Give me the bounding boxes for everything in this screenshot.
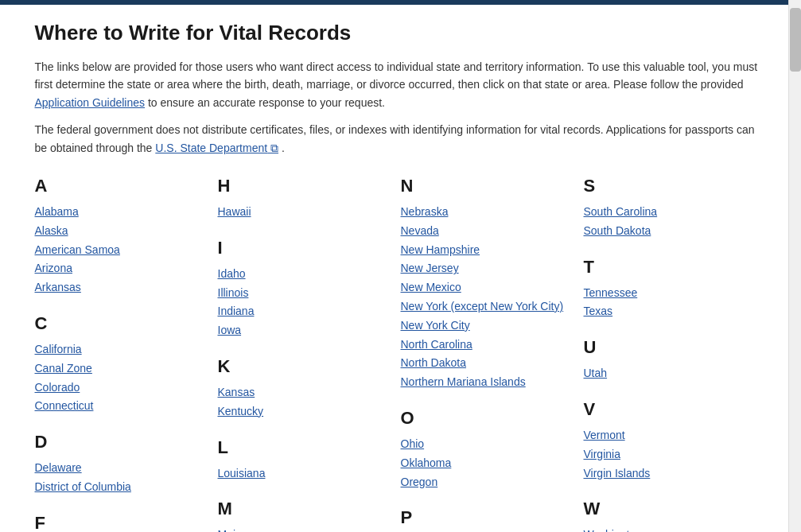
section-H: HHawaii (218, 176, 393, 222)
letter-heading-K: K (218, 356, 393, 377)
letter-heading-O: O (401, 408, 576, 429)
state-link[interactable]: Nebraska (401, 203, 576, 222)
state-department-link[interactable]: U.S. State Department ⧉ (155, 142, 278, 154)
letter-heading-V: V (584, 399, 759, 420)
state-link[interactable]: Virgin Islands (584, 464, 759, 483)
state-link[interactable]: Kansas (218, 383, 393, 402)
state-link[interactable]: Indiana (218, 302, 393, 321)
state-link[interactable]: New Mexico (401, 278, 576, 297)
state-link[interactable]: Utah (584, 364, 759, 383)
section-I: IIdahoIllinoisIndianaIowa (218, 238, 393, 340)
state-link[interactable]: American Samoa (35, 241, 210, 260)
state-link[interactable]: Vermont (584, 426, 759, 445)
section-N: NNebraskaNevadaNew HampshireNew JerseyNe… (401, 176, 576, 392)
state-link[interactable]: New Jersey (401, 259, 576, 278)
letter-heading-U: U (584, 337, 759, 358)
state-link[interactable]: Iowa (218, 321, 393, 340)
page-container: Where to Write for Vital Records The lin… (19, 5, 783, 532)
application-guidelines-link[interactable]: Application Guidelines (35, 96, 146, 109)
state-link[interactable]: Virginia (584, 445, 759, 464)
letter-heading-H: H (218, 176, 393, 196)
section-W: WWashingtonWest VirginiaWisconsinWyoming (584, 499, 759, 532)
state-link[interactable]: Ohio (401, 435, 576, 454)
section-T: TTennesseeTexas (584, 257, 759, 322)
letter-heading-L: L (218, 437, 393, 458)
state-link[interactable]: North Dakota (401, 354, 576, 373)
state-link[interactable]: Maine (218, 526, 393, 532)
scrollbar-thumb[interactable] (790, 8, 801, 72)
letter-heading-F: F (35, 513, 210, 532)
intro-paragraph-1: The links below are provided for those u… (35, 58, 767, 111)
state-link[interactable]: Canal Zone (35, 359, 210, 379)
column-0: AAlabamaAlaskaAmerican SamoaArizonaArkan… (35, 176, 218, 532)
section-C: CCaliforniaCanal ZoneColoradoConnecticut (35, 313, 210, 416)
state-link[interactable]: Washington (584, 526, 759, 532)
section-L: LLouisiana (218, 437, 393, 483)
state-link[interactable]: South Carolina (584, 203, 759, 222)
state-link[interactable]: Tennessee (584, 284, 759, 303)
state-link[interactable]: Arkansas (35, 278, 210, 297)
state-link[interactable]: Delaware (35, 459, 210, 478)
state-link[interactable]: California (35, 340, 210, 359)
state-link[interactable]: Oregon (401, 473, 576, 492)
letter-heading-D: D (35, 432, 210, 452)
state-link[interactable]: Northern Mariana Islands (401, 373, 576, 392)
state-link[interactable]: Oklahoma (401, 454, 576, 473)
letter-heading-C: C (35, 313, 210, 334)
section-M: MMaineMarylandMassachusettsMichiganMinne… (218, 499, 393, 532)
state-link[interactable]: South Dakota (584, 222, 759, 241)
state-link[interactable]: North Carolina (401, 336, 576, 355)
scrollbar[interactable] (788, 0, 801, 532)
section-O: OOhioOklahomaOregon (401, 408, 576, 491)
column-2: NNebraskaNevadaNew HampshireNew JerseyNe… (401, 176, 584, 532)
letter-heading-P: P (401, 507, 576, 528)
letter-heading-N: N (401, 176, 576, 196)
state-link[interactable]: Illinois (218, 284, 393, 303)
state-link[interactable]: Kentucky (218, 402, 393, 421)
letter-heading-M: M (218, 499, 393, 519)
section-V: VVermontVirginiaVirgin Islands (584, 399, 759, 483)
page-title: Where to Write for Vital Records (35, 21, 767, 45)
letter-heading-S: S (584, 176, 759, 196)
state-link[interactable]: Hawaii (218, 203, 393, 222)
column-3: SSouth CarolinaSouth DakotaTTennesseeTex… (584, 176, 767, 532)
state-link[interactable]: Alabama (35, 203, 210, 222)
letter-heading-I: I (218, 238, 393, 258)
state-link[interactable]: Idaho (218, 265, 393, 284)
letter-heading-A: A (35, 176, 210, 196)
state-link[interactable]: New York (except New York City) (401, 297, 576, 316)
state-link[interactable]: Nevada (401, 222, 576, 241)
column-1: HHawaiiIIdahoIllinoisIndianaIowaKKansasK… (218, 176, 401, 532)
section-P: PPennsylvaniaPuerto Rico (401, 507, 576, 532)
states-grid: AAlabamaAlaskaAmerican SamoaArizonaArkan… (35, 176, 767, 532)
intro-paragraph-2: The federal government does not distribu… (35, 121, 767, 157)
state-link[interactable]: Texas (584, 302, 759, 321)
section-S: SSouth CarolinaSouth Dakota (584, 176, 759, 241)
state-link[interactable]: Alaska (35, 222, 210, 241)
state-link[interactable]: District of Columbia (35, 478, 210, 497)
state-link[interactable]: Connecticut (35, 397, 210, 416)
section-F: FFloridaForeign or high-seas events (35, 513, 210, 532)
section-A: AAlabamaAlaskaAmerican SamoaArizonaArkan… (35, 176, 210, 297)
state-link[interactable]: New Hampshire (401, 241, 576, 260)
section-K: KKansasKentucky (218, 356, 393, 421)
state-link[interactable]: Arizona (35, 259, 210, 278)
state-link[interactable]: New York City (401, 316, 576, 336)
letter-heading-T: T (584, 257, 759, 278)
section-D: DDelawareDistrict of Columbia (35, 432, 210, 497)
letter-heading-W: W (584, 499, 759, 519)
state-link[interactable]: Louisiana (218, 464, 393, 483)
state-link[interactable]: Colorado (35, 379, 210, 398)
section-U: UUtah (584, 337, 759, 383)
